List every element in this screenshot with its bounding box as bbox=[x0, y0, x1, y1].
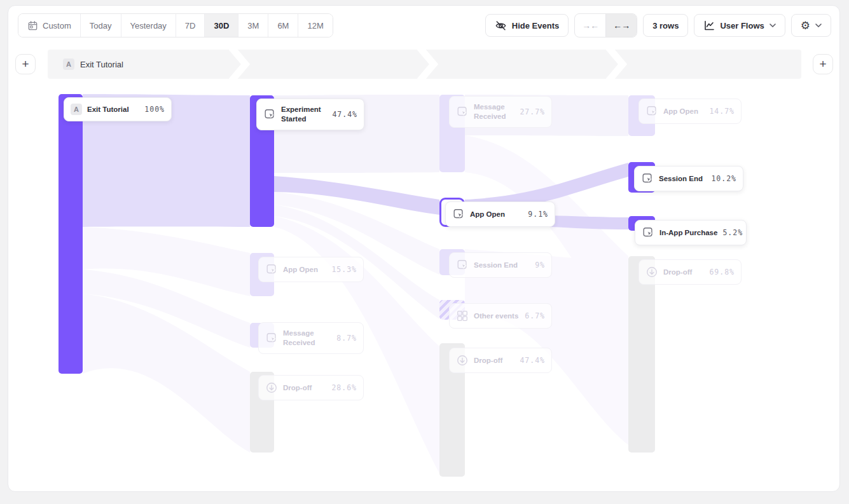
step-separator-chevron bbox=[605, 50, 627, 79]
drop-off-icon bbox=[265, 381, 278, 394]
hide-events-button[interactable]: Hide Events bbox=[485, 14, 569, 37]
date-range-7d[interactable]: 7D bbox=[176, 14, 205, 37]
steps-header-bar[interactable]: A Exit Tutorial bbox=[48, 50, 801, 79]
collapse-icon: →← bbox=[582, 20, 598, 31]
view-selector-dropdown[interactable]: User Flows bbox=[694, 14, 785, 37]
step-separator-chevron bbox=[228, 50, 250, 79]
spacing-toggle: →← ←→ bbox=[574, 13, 637, 37]
flow-node-card-exit-tutorial[interactable]: A Exit Tutorial 100% bbox=[64, 97, 172, 121]
flow-node-card-app-open-2[interactable]: App Open 15.3% bbox=[258, 257, 364, 282]
add-step-left-button[interactable]: + bbox=[15, 54, 36, 74]
flow-node-card-session-end-3[interactable]: Session End 9% bbox=[449, 252, 552, 278]
node-percent: 47.4% bbox=[332, 110, 357, 119]
flow-node-card-session-end-4[interactable]: Session End 10.2% bbox=[634, 166, 743, 191]
node-label: Message Received bbox=[283, 329, 331, 348]
node-label: App Open bbox=[663, 107, 704, 116]
toolbar-right-group: Hide Events →← ←→ 3 rows User Flows ⚙ bbox=[485, 13, 831, 37]
flow-node-card-app-open-4[interactable]: App Open 14.7% bbox=[638, 99, 742, 124]
eye-off-icon bbox=[495, 20, 507, 32]
node-percent: 5.2% bbox=[722, 228, 743, 237]
event-icon bbox=[645, 105, 658, 118]
drop-off-icon bbox=[645, 266, 658, 278]
node-label: Drop-off bbox=[474, 356, 514, 365]
date-range-control: Custom Today Yesterday 7D 30D 3M 6M 12M bbox=[18, 13, 333, 37]
event-icon bbox=[456, 106, 469, 118]
flow-node-card-experiment-started[interactable]: Experiment Started 47.4% bbox=[256, 99, 364, 130]
node-label: Drop-off bbox=[283, 383, 326, 393]
node-label: In-App Purchase bbox=[659, 228, 717, 238]
node-label: App Open bbox=[470, 210, 523, 219]
node-percent: 15.3% bbox=[331, 265, 357, 274]
node-label: Session End bbox=[659, 174, 706, 184]
date-range-today[interactable]: Today bbox=[81, 14, 121, 37]
event-icon bbox=[641, 172, 654, 185]
node-percent: 100% bbox=[144, 105, 165, 114]
node-percent: 10.2% bbox=[711, 174, 736, 183]
date-range-3m[interactable]: 3M bbox=[238, 14, 268, 37]
event-icon bbox=[452, 208, 465, 221]
collapse-columns-button[interactable]: →← bbox=[575, 14, 605, 37]
flow-node-card-in-app-purchase[interactable]: In-App Purchase 5.2% bbox=[635, 220, 747, 245]
flow-node-bar-exit-tutorial[interactable] bbox=[59, 94, 83, 374]
node-label: Other events bbox=[474, 311, 520, 321]
date-range-30d[interactable]: 30D bbox=[205, 14, 238, 37]
user-flows-app: Custom Today Yesterday 7D 30D 3M 6M 12M … bbox=[0, 0, 849, 504]
rows-button[interactable]: 3 rows bbox=[643, 14, 688, 37]
event-icon bbox=[263, 108, 276, 121]
date-range-label: Custom bbox=[43, 21, 71, 31]
step-separator-chevron bbox=[417, 50, 438, 79]
event-badge: A bbox=[71, 104, 82, 115]
calendar-icon bbox=[27, 20, 38, 31]
node-label: App Open bbox=[283, 265, 326, 275]
date-range-12m[interactable]: 12M bbox=[298, 14, 332, 37]
flow-node-card-dropoff-3[interactable]: Drop-off 47.4% bbox=[449, 348, 552, 373]
flow-node-card-other-events[interactable]: Other events 6.7% bbox=[449, 303, 552, 329]
drop-off-icon bbox=[456, 354, 469, 367]
node-label: Drop-off bbox=[663, 268, 704, 277]
flow-chart-icon bbox=[703, 20, 715, 31]
chevron-down-icon bbox=[770, 24, 776, 27]
node-label: Experiment Started bbox=[281, 105, 327, 124]
event-icon bbox=[265, 332, 278, 344]
node-label: Exit Tutorial bbox=[87, 105, 139, 114]
settings-dropdown[interactable]: ⚙ bbox=[791, 14, 831, 37]
flow-node-bar-dropoff-4[interactable] bbox=[628, 256, 655, 453]
node-percent: 6.7% bbox=[525, 311, 545, 320]
expand-columns-button[interactable]: ←→ bbox=[605, 14, 637, 37]
flow-node-card-app-open-3-selected[interactable]: App Open 9.1% bbox=[445, 201, 555, 227]
chevron-down-icon bbox=[815, 24, 822, 27]
event-icon bbox=[456, 259, 469, 271]
flow-node-card-dropoff-4[interactable]: Drop-off 69.8% bbox=[638, 259, 742, 285]
expand-icon: ←→ bbox=[613, 20, 630, 31]
node-percent: 14.7% bbox=[709, 107, 735, 116]
node-percent: 69.8% bbox=[709, 268, 735, 276]
start-event-label: A Exit Tutorial bbox=[63, 50, 123, 79]
flow-node-card-dropoff-2[interactable]: Drop-off 28.6% bbox=[258, 375, 364, 400]
gear-icon: ⚙ bbox=[801, 20, 810, 31]
node-label: Message Received bbox=[474, 102, 514, 121]
node-label: Session End bbox=[474, 261, 530, 270]
date-range-custom[interactable]: Custom bbox=[18, 14, 81, 37]
other-events-icon bbox=[456, 310, 469, 322]
date-range-6m[interactable]: 6M bbox=[268, 14, 298, 37]
event-icon bbox=[265, 263, 278, 276]
node-percent: 47.4% bbox=[520, 356, 545, 365]
add-step-right-button[interactable]: + bbox=[813, 54, 833, 74]
flow-node-card-message-received-2[interactable]: Message Received 8.7% bbox=[258, 322, 364, 354]
node-percent: 9.1% bbox=[528, 210, 548, 219]
node-percent: 27.7% bbox=[520, 107, 545, 116]
event-icon bbox=[642, 226, 654, 239]
event-badge: A bbox=[63, 58, 74, 70]
flow-node-card-message-received-3[interactable]: Message Received 27.7% bbox=[449, 96, 552, 128]
node-percent: 9% bbox=[535, 261, 545, 269]
node-percent: 8.7% bbox=[336, 334, 357, 343]
node-percent: 28.6% bbox=[331, 383, 357, 392]
toolbar: Custom Today Yesterday 7D 30D 3M 6M 12M … bbox=[18, 14, 831, 37]
date-range-yesterday[interactable]: Yesterday bbox=[121, 14, 176, 37]
